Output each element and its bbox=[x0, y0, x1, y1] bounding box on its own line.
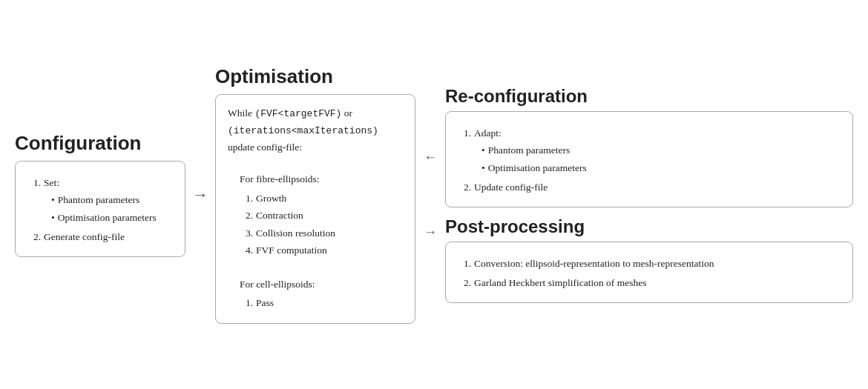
postproc-section: Post-processing 1. Conversion: ellipsoid… bbox=[445, 216, 853, 303]
reconfig-sub-2: Optimisation parameters bbox=[481, 160, 587, 176]
config-box: 1. Set: Phantom parameters Optimisation … bbox=[15, 161, 185, 257]
postproc-item-2: 2. Garland Heckbert simplification of me… bbox=[458, 275, 841, 291]
arrows-middle: ← → bbox=[415, 15, 445, 374]
config-item-2-num: 2. bbox=[27, 229, 41, 245]
postproc-title: Post-processing bbox=[445, 216, 585, 236]
reconfig-box: 1. Adapt: Phantom parameters Optimisatio… bbox=[445, 111, 853, 207]
reconfig-sub-1: Phantom parameters bbox=[481, 142, 587, 159]
opt-fibre-item-3: 3. Collision resolution bbox=[240, 225, 403, 242]
reconfig-content: 1. Adapt: Phantom parameters Optimisatio… bbox=[458, 125, 841, 195]
right-arrow-icon: → bbox=[192, 185, 208, 205]
opt-while-3: update config-file: bbox=[228, 139, 403, 156]
config-item-1: 1. Set: Phantom parameters Optimisation … bbox=[27, 175, 173, 227]
opt-cell-item-1: 1. Pass bbox=[240, 295, 403, 311]
postproc-item-1: 1. Conversion: ellipsoid-representation … bbox=[458, 256, 841, 272]
opt-box: While (FVF<targetFVF) or (iterations<max… bbox=[215, 94, 415, 324]
opt-cell-list: 1. Pass bbox=[240, 295, 403, 311]
config-item-1-content: Set: Phantom parameters Optimisation par… bbox=[44, 175, 157, 227]
arrow-right-1: → bbox=[185, 185, 215, 205]
opt-code-2: (iterations<maxIterations) bbox=[228, 125, 378, 136]
reconfig-item-2: 2. Update config-file bbox=[458, 179, 841, 196]
reconfig-section: Re-configuration 1. Adapt: Phantom param… bbox=[445, 86, 853, 207]
opt-while-1: While (FVF<targetFVF) or bbox=[228, 105, 403, 122]
reconfig-subitems: Phantom parameters Optimisation paramete… bbox=[474, 142, 587, 176]
config-item-2: 2. Generate config-file bbox=[27, 229, 173, 245]
postproc-content: 1. Conversion: ellipsoid-representation … bbox=[458, 256, 841, 290]
opt-while-2: (iterations<maxIterations) bbox=[228, 122, 403, 139]
opt-fibre-list: 1. Growth 2. Contraction 3. Collision re… bbox=[240, 190, 403, 259]
config-item-1-num: 1. bbox=[27, 175, 41, 227]
opt-fibre-label: For fibre-ellipsoids: bbox=[240, 171, 403, 187]
opt-cell-label: For cell-ellipsoids: bbox=[240, 276, 403, 293]
reconfig-title: Re-configuration bbox=[445, 86, 588, 106]
config-list: 1. Set: Phantom parameters Optimisation … bbox=[27, 175, 173, 245]
config-column: Configuration 1. Set: Phantom parameters… bbox=[15, 132, 185, 257]
opt-column: Optimisation While (FVF<targetFVF) or (i… bbox=[215, 65, 415, 324]
reconfig-list: 1. Adapt: Phantom parameters Optimisatio… bbox=[458, 125, 841, 195]
config-sub-1: Phantom parameters bbox=[51, 192, 157, 208]
postproc-list: 1. Conversion: ellipsoid-representation … bbox=[458, 256, 841, 290]
config-item-1-subitems: Phantom parameters Optimisation paramete… bbox=[44, 192, 157, 225]
right-column: Re-configuration 1. Adapt: Phantom param… bbox=[445, 15, 853, 374]
config-title: Configuration bbox=[15, 132, 141, 155]
opt-title: Optimisation bbox=[215, 65, 333, 88]
postproc-box: 1. Conversion: ellipsoid-representation … bbox=[445, 242, 853, 303]
opt-content: While (FVF<targetFVF) or (iterations<max… bbox=[228, 105, 403, 311]
reconfig-item-1: 1. Adapt: Phantom parameters Optimisatio… bbox=[458, 125, 841, 178]
left-arrow-icon: ← bbox=[424, 150, 437, 165]
reconfig-item-1-content: Adapt: Phantom parameters Optimisation p… bbox=[474, 125, 587, 178]
opt-fibre-item-1: 1. Growth bbox=[240, 190, 403, 207]
opt-code-1: (FVF<targetFVF) bbox=[254, 108, 341, 119]
config-sub-2: Optimisation parameters bbox=[51, 210, 157, 226]
opt-fibre-item-4: 4. FVF computation bbox=[240, 242, 403, 259]
config-header: Configuration bbox=[15, 132, 185, 161]
opt-fibre-item-2: 2. Contraction bbox=[240, 207, 403, 224]
main-diagram: Configuration 1. Set: Phantom parameters… bbox=[15, 15, 853, 374]
opt-header: Optimisation bbox=[215, 65, 415, 94]
config-content: 1. Set: Phantom parameters Optimisation … bbox=[27, 175, 173, 245]
right-arrow-2-icon: → bbox=[424, 225, 437, 240]
